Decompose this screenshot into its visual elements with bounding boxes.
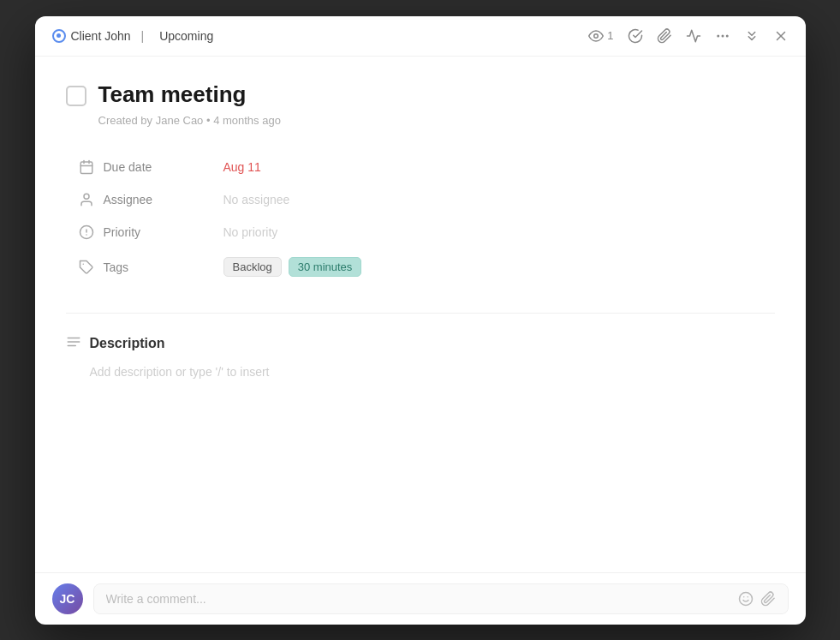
tags-label: Tags <box>104 260 223 274</box>
attach-comment-button[interactable] <box>760 591 776 607</box>
watchers-count: 1 <box>607 29 613 42</box>
assignee-label: Assignee <box>104 193 223 206</box>
tags-icon <box>69 260 104 275</box>
priority-field[interactable]: Priority No priority <box>69 216 775 248</box>
svg-point-3 <box>594 33 599 38</box>
description-placeholder[interactable]: Add description or type '/' to insert <box>90 365 775 379</box>
priority-value: No priority <box>223 225 278 239</box>
modal-header: Client John | Upcoming <box>35 16 806 57</box>
task-modal: Client John | Upcoming <box>35 16 806 625</box>
expand-button[interactable] <box>744 28 760 44</box>
activity-button[interactable] <box>686 28 701 44</box>
svg-rect-9 <box>80 162 92 174</box>
assignee-icon <box>69 192 104 207</box>
emoji-button[interactable] <box>738 591 754 607</box>
description-title: Description <box>90 336 165 351</box>
task-meta: Created by Jane Cao • 4 months ago <box>98 114 775 127</box>
tags-values: Backlog 30 minutes <box>223 257 362 277</box>
avatar-image: JC <box>52 583 83 614</box>
description-header: Description <box>66 334 775 353</box>
more-button[interactable] <box>715 28 730 44</box>
task-fields: Due date Aug 11 Assignee No assignee <box>69 151 775 285</box>
section-breadcrumb[interactable]: Upcoming <box>154 29 213 43</box>
priority-label: Priority <box>104 225 223 239</box>
description-icon <box>66 334 81 353</box>
project-breadcrumb[interactable]: Client John <box>52 29 131 43</box>
close-button[interactable] <box>773 28 789 44</box>
project-name: Client John <box>71 29 131 43</box>
svg-point-6 <box>726 35 728 37</box>
breadcrumb-separator: | <box>141 29 145 43</box>
watchers-button[interactable]: 1 <box>588 28 613 44</box>
due-date-field[interactable]: Due date Aug 11 <box>69 151 775 183</box>
svg-point-5 <box>722 35 724 37</box>
due-date-label: Due date <box>104 160 223 174</box>
svg-point-13 <box>84 194 89 200</box>
modal-overlay: Client John | Upcoming <box>0 0 840 640</box>
section-name: Upcoming <box>159 29 213 43</box>
task-title-row: Team meeting <box>66 81 775 110</box>
tag-30min[interactable]: 30 minutes <box>289 257 362 277</box>
avatar: JC <box>52 583 83 614</box>
priority-icon <box>69 224 104 240</box>
breadcrumb: Client John | Upcoming <box>52 29 214 43</box>
task-title[interactable]: Team meeting <box>98 81 247 110</box>
assignee-value: No assignee <box>223 193 290 206</box>
svg-point-21 <box>739 592 752 605</box>
tag-backlog[interactable]: Backlog <box>223 257 282 277</box>
header-actions: 1 <box>588 28 788 44</box>
due-date-icon <box>69 159 104 175</box>
complete-button[interactable] <box>628 28 643 44</box>
section-divider <box>66 313 775 314</box>
assignee-field[interactable]: Assignee No assignee <box>69 183 775 216</box>
comment-input[interactable] <box>106 592 731 606</box>
task-checkbox[interactable] <box>66 86 86 106</box>
attachment-button[interactable] <box>657 28 672 44</box>
tags-field[interactable]: Tags Backlog 30 minutes <box>69 248 775 285</box>
description-section: Description Add description or type '/' … <box>66 334 775 379</box>
project-icon <box>52 29 66 43</box>
modal-body: Team meeting Created by Jane Cao • 4 mon… <box>35 57 806 572</box>
modal-footer: JC <box>35 572 806 625</box>
comment-input-wrapper <box>93 583 789 614</box>
svg-point-4 <box>718 35 719 37</box>
due-date-value: Aug 11 <box>223 160 261 174</box>
